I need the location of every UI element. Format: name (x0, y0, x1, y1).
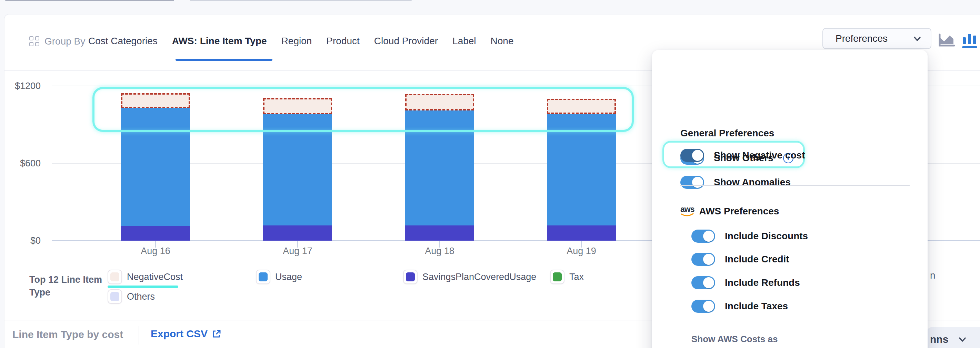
aws-preferences-header: aws AWS Preferences (680, 206, 779, 217)
legend-item-negativecost[interactable]: NegativeCost (108, 270, 183, 284)
chevron-down-icon (912, 34, 923, 44)
tab-product[interactable]: Product (326, 35, 360, 46)
toggle-row-show-negative-cost: Show Negative cost (680, 148, 805, 162)
legend-swatch (256, 270, 270, 284)
tab-cost-categories[interactable]: Cost Categories (88, 35, 158, 46)
group-by-tabs: Cost Categories AWS: Line Item Type Regi… (88, 30, 514, 52)
legend-swatch (403, 270, 418, 284)
clipped-browser-tab (190, 0, 412, 1)
export-csv-link[interactable]: Export CSV (151, 328, 221, 340)
clipped-browser-tab (5, 0, 174, 1)
show-negative-cost-toggle[interactable] (680, 149, 704, 162)
legend-title: Top 12 Line Item Type (29, 273, 102, 299)
toggle-row-include-taxes: Include Taxes (691, 299, 788, 313)
tab-aws-line-item-type[interactable]: AWS: Line Item Type (172, 35, 267, 46)
chevron-down-icon (957, 334, 967, 345)
tab-none[interactable]: None (491, 35, 514, 46)
show-aws-costs-as-label: Show AWS Costs as (691, 334, 778, 345)
legend-item-others[interactable]: Others (108, 289, 155, 304)
legend-selected-underline (108, 286, 178, 288)
toggle-row-show-anomalies: Show Anomalies (680, 176, 791, 189)
general-preferences-title: General Preferences (680, 128, 774, 139)
show-anomalies-toggle[interactable] (680, 176, 704, 189)
include-refunds-toggle[interactable] (691, 276, 715, 289)
columns-dropdown-button-clipped[interactable]: nns (927, 327, 980, 348)
legend-swatch (108, 270, 122, 284)
legend-swatch (108, 289, 122, 304)
group-by-label-block: Group By (29, 33, 85, 50)
legend-swatch (550, 270, 565, 284)
include-discounts-toggle[interactable] (691, 230, 715, 243)
active-tab-underline (175, 59, 272, 61)
external-link-icon (212, 329, 221, 339)
bar-chart-type-icon-active[interactable] (961, 32, 978, 50)
clipped-legend-text: n (930, 270, 935, 281)
preferences-button-label: Preferences (835, 33, 888, 44)
anomaly-highlight-box (92, 87, 634, 132)
aws-logo-icon: aws (680, 206, 694, 217)
toggle-row-include-discounts: Include Discounts (691, 229, 808, 243)
toggle-row-include-refunds: Include Refunds (691, 276, 800, 290)
group-by-label: Group By (45, 36, 85, 47)
tab-region[interactable]: Region (282, 35, 312, 46)
group-by-grid-icon (29, 36, 40, 46)
legend-item-tax[interactable]: Tax (550, 270, 584, 284)
vertical-divider (138, 326, 139, 345)
panel-divider (680, 185, 910, 186)
legend-item-usage[interactable]: Usage (256, 270, 302, 284)
preferences-dropdown-button[interactable]: Preferences (822, 28, 931, 49)
preferences-panel: General Preferences Show Others i Show A… (652, 50, 928, 348)
toggle-row-include-credit: Include Credit (691, 252, 789, 266)
tab-label[interactable]: Label (452, 35, 476, 46)
include-credit-toggle[interactable] (691, 253, 715, 266)
table-section-title: Line Item Type by cost (13, 329, 123, 340)
legend-item-savingsplancoveredusage[interactable]: SavingsPlanCoveredUsage (403, 270, 536, 284)
include-taxes-toggle[interactable] (691, 300, 715, 313)
tab-cloud-provider[interactable]: Cloud Provider (374, 35, 438, 46)
area-chart-type-icon[interactable] (938, 32, 956, 50)
